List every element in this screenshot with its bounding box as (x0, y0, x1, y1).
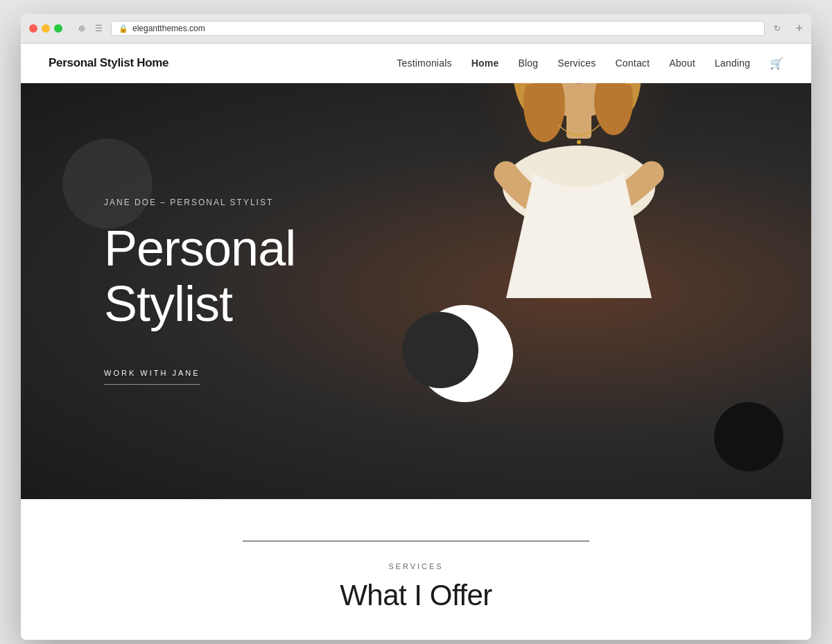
hero-section: JANE DOE – PERSONAL STYLIST Personal Sty… (21, 83, 811, 499)
hero-text: JANE DOE – PERSONAL STYLIST Personal Sty… (104, 198, 395, 384)
reload-icon[interactable]: ↻ (772, 23, 783, 34)
close-button[interactable] (29, 24, 37, 33)
site-logo[interactable]: Personal Stylist Home (49, 56, 168, 70)
hero-content: JANE DOE – PERSONAL STYLIST Personal Sty… (21, 83, 811, 499)
crescent-moon (416, 305, 513, 402)
svg-rect-18 (566, 111, 591, 139)
hero-title: Personal Stylist (104, 221, 395, 331)
address-bar[interactable]: 🔒 elegantthemes.com (111, 21, 765, 36)
navigation: Personal Stylist Home Testimonials Home … (21, 44, 811, 83)
page: Personal Stylist Home Testimonials Home … (21, 44, 811, 640)
hero-title-line1: Personal (104, 220, 295, 276)
nav-services[interactable]: Services (557, 58, 596, 69)
nav-home[interactable]: Home (471, 58, 499, 69)
lock-icon: ⊕ (76, 23, 87, 34)
browser-window: ⊕ ☰ 🔒 elegantthemes.com ↻ + Personal Sty… (21, 14, 811, 640)
crescent-inner (402, 312, 478, 388)
nav-contact[interactable]: Contact (616, 58, 650, 69)
minimize-button[interactable] (42, 24, 50, 33)
hero-cta-button[interactable]: WORK WITH JANE (104, 369, 200, 385)
hero-visual (395, 284, 756, 298)
hero-subtitle: JANE DOE – PERSONAL STYLIST (104, 198, 395, 207)
nav-landing[interactable]: Landing (715, 58, 750, 69)
services-section: SERVICES What I Offer (21, 499, 811, 640)
svg-point-20 (577, 140, 581, 144)
list-icon: ☰ (93, 23, 104, 34)
services-label: SERVICES (49, 562, 783, 571)
traffic-lights (29, 24, 62, 33)
cart-icon[interactable]: 🛒 (770, 57, 783, 70)
hero-title-line2: Stylist (104, 276, 232, 331)
nav-testimonials[interactable]: Testimonials (397, 58, 451, 69)
services-title: What I Offer (49, 579, 783, 612)
maximize-button[interactable] (54, 24, 62, 33)
url-text: elegantthemes.com (132, 24, 205, 33)
ssl-icon: 🔒 (119, 24, 128, 33)
browser-controls: ⊕ ☰ (76, 23, 104, 34)
services-divider (243, 541, 589, 541)
nav-about[interactable]: About (669, 58, 695, 69)
person-illustration (437, 83, 728, 298)
new-tab-button[interactable]: + (795, 21, 803, 36)
nav-links: Testimonials Home Blog Services Contact … (397, 57, 783, 70)
nav-blog[interactable]: Blog (518, 58, 538, 69)
browser-chrome: ⊕ ☰ 🔒 elegantthemes.com ↻ + (21, 14, 811, 44)
